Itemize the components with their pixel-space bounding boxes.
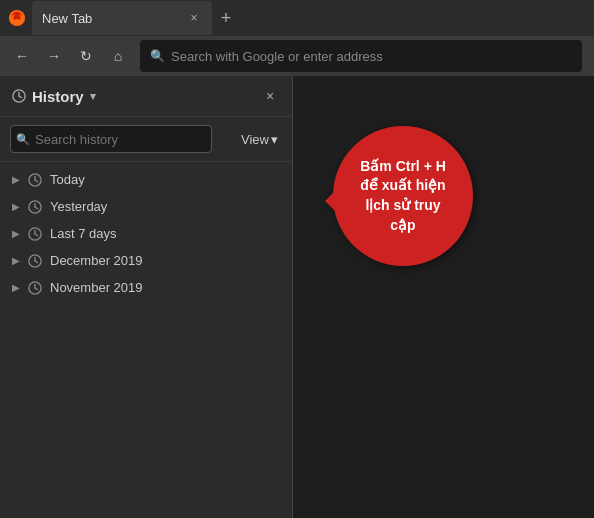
search-icon: 🔍 [16, 133, 30, 146]
group-label: Last 7 days [50, 226, 117, 241]
back-button[interactable]: ← [8, 42, 36, 70]
forward-button[interactable]: → [40, 42, 68, 70]
address-bar[interactable]: 🔍 Search with Google or enter address [140, 40, 582, 72]
address-text: Search with Google or enter address [171, 49, 383, 64]
history-search-row: 🔍 View ▾ [0, 117, 292, 162]
chevron-icon: ▶ [12, 282, 20, 293]
tooltip-text: Bấm Ctrl + H để xuất hiện lịch sử truy c… [360, 157, 446, 235]
svg-line-6 [35, 180, 38, 182]
svg-line-18 [35, 288, 38, 290]
history-header: History ▾ × [0, 76, 292, 117]
history-title-group: History ▾ [12, 88, 96, 105]
history-close-button[interactable]: × [260, 86, 280, 106]
list-item[interactable]: ▶ Today [0, 166, 292, 193]
group-label: November 2019 [50, 280, 143, 295]
chevron-icon: ▶ [12, 255, 20, 266]
history-title: History [32, 88, 84, 105]
active-tab[interactable]: New Tab × [32, 1, 212, 35]
search-magnifier-icon: 🔍 [150, 49, 165, 63]
list-item[interactable]: ▶ November 2019 [0, 274, 292, 301]
history-search-input[interactable] [10, 125, 212, 153]
group-label: Yesterday [50, 199, 107, 214]
svg-line-3 [19, 96, 22, 98]
chevron-icon: ▶ [12, 174, 20, 185]
list-item[interactable]: ▶ Yesterday [0, 193, 292, 220]
main-content: History ▾ × 🔍 View ▾ ▶ [0, 76, 594, 518]
group-clock-icon [28, 200, 42, 214]
group-clock-icon [28, 227, 42, 241]
group-clock-icon [28, 281, 42, 295]
history-dropdown-arrow[interactable]: ▾ [90, 90, 96, 103]
history-list: ▶ Today ▶ Yesterday ▶ [0, 162, 292, 518]
list-item[interactable]: ▶ Last 7 days [0, 220, 292, 247]
chevron-icon: ▶ [12, 201, 20, 212]
history-panel: History ▾ × 🔍 View ▾ ▶ [0, 76, 293, 518]
list-item[interactable]: ▶ December 2019 [0, 247, 292, 274]
group-clock-icon [28, 173, 42, 187]
group-label: December 2019 [50, 253, 143, 268]
search-wrap: 🔍 [10, 125, 231, 153]
firefox-logo-icon [8, 9, 26, 27]
tab-close-button[interactable]: × [186, 10, 202, 26]
svg-line-15 [35, 261, 38, 263]
tooltip-bubble: Bấm Ctrl + H để xuất hiện lịch sử truy c… [333, 126, 473, 266]
group-clock-icon [28, 254, 42, 268]
view-button[interactable]: View ▾ [237, 130, 282, 149]
svg-line-9 [35, 207, 38, 209]
history-clock-icon [12, 89, 26, 103]
new-tab-button[interactable]: + [212, 4, 240, 32]
tab-label: New Tab [42, 11, 92, 26]
chevron-icon: ▶ [12, 228, 20, 239]
nav-bar: ← → ↻ ⌂ 🔍 Search with Google or enter ad… [0, 36, 594, 76]
group-label: Today [50, 172, 85, 187]
svg-line-12 [35, 234, 38, 236]
home-button[interactable]: ⌂ [104, 42, 132, 70]
title-bar: New Tab × + [0, 0, 594, 36]
right-pane: Bấm Ctrl + H để xuất hiện lịch sử truy c… [293, 76, 594, 518]
reload-button[interactable]: ↻ [72, 42, 100, 70]
